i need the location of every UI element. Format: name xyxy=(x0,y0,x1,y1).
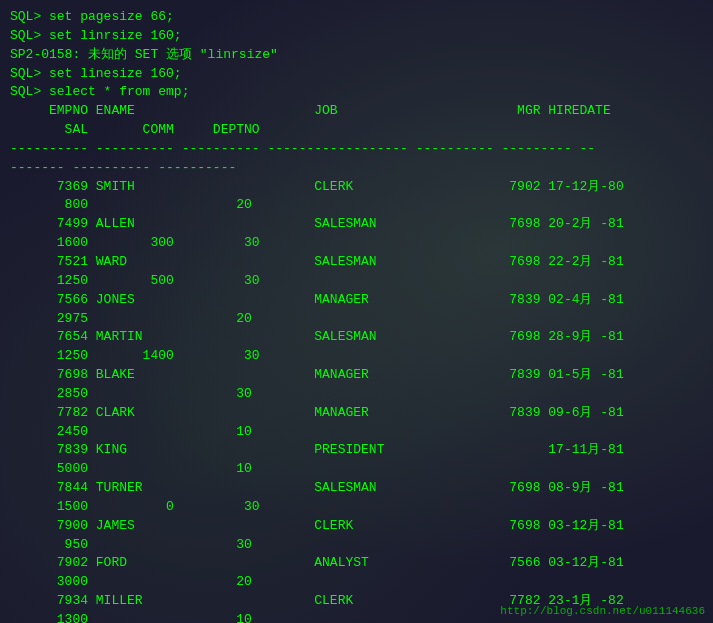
terminal-line: ------- ---------- ---------- xyxy=(10,159,703,178)
terminal-line: ---------- ---------- ---------- -------… xyxy=(10,140,703,159)
terminal-line: 7698 BLAKE MANAGER 7839 01-5月 -81 xyxy=(10,366,703,385)
terminal-line: 7839 KING PRESIDENT 17-11月-81 xyxy=(10,441,703,460)
terminal-window: SQL> set pagesize 66;SQL> set linrsize 1… xyxy=(0,0,713,623)
terminal-line: 1250 500 30 xyxy=(10,272,703,291)
terminal-line: EMPNO ENAME JOB MGR HIREDATE xyxy=(10,102,703,121)
terminal-line: SAL COMM DEPTNO xyxy=(10,121,703,140)
terminal-line: 3000 20 xyxy=(10,573,703,592)
terminal-line: 7782 CLARK MANAGER 7839 09-6月 -81 xyxy=(10,404,703,423)
terminal-line: SP2-0158: 未知的 SET 选项 "linrsize" xyxy=(10,46,703,65)
terminal-line: 2975 20 xyxy=(10,310,703,329)
terminal-line: 7521 WARD SALESMAN 7698 22-2月 -81 xyxy=(10,253,703,272)
terminal-line: 1600 300 30 xyxy=(10,234,703,253)
terminal-line: 7654 MARTIN SALESMAN 7698 28-9月 -81 xyxy=(10,328,703,347)
terminal-line: SQL> select * from emp; xyxy=(10,83,703,102)
terminal-line: 2850 30 xyxy=(10,385,703,404)
terminal-line: SQL> set linesize 160; xyxy=(10,65,703,84)
terminal-line: 2450 10 xyxy=(10,423,703,442)
terminal-line: 7566 JONES MANAGER 7839 02-4月 -81 xyxy=(10,291,703,310)
terminal-line: 7900 JAMES CLERK 7698 03-12月-81 xyxy=(10,517,703,536)
terminal-line: SQL> set pagesize 66; xyxy=(10,8,703,27)
terminal-line: 800 20 xyxy=(10,196,703,215)
terminal-line: 1500 0 30 xyxy=(10,498,703,517)
terminal-line: 1250 1400 30 xyxy=(10,347,703,366)
terminal-line: 7369 SMITH CLERK 7902 17-12月-80 xyxy=(10,178,703,197)
terminal-line: 7844 TURNER SALESMAN 7698 08-9月 -81 xyxy=(10,479,703,498)
terminal-line: 7499 ALLEN SALESMAN 7698 20-2月 -81 xyxy=(10,215,703,234)
terminal-line: 5000 10 xyxy=(10,460,703,479)
terminal-line: 950 30 xyxy=(10,536,703,555)
terminal-line: 7902 FORD ANALYST 7566 03-12月-81 xyxy=(10,554,703,573)
terminal-line: SQL> set linrsize 160; xyxy=(10,27,703,46)
watermark: http://blog.csdn.net/u011144636 xyxy=(500,605,705,617)
